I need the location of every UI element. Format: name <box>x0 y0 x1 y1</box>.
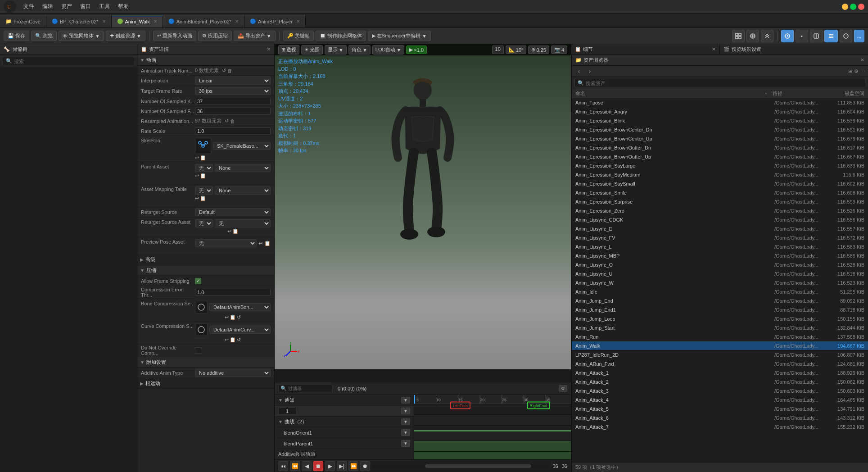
menu-window[interactable]: 窗口 <box>77 2 95 11</box>
prev-key-button[interactable]: ◀ <box>302 461 312 471</box>
ab-item-23[interactable]: Anim_Jump_End1 /Game/GhostLady... 88.718… <box>572 305 868 314</box>
ab-forward-button[interactable]: › <box>585 67 594 76</box>
menu-file[interactable]: 文件 <box>20 2 38 11</box>
tab-anim-blueprint[interactable]: 🔵 AnimBlueprint_Player02* ✕ <box>163 15 244 27</box>
ab-item-36[interactable]: Anim_Attack_7 /Game/GhostLady... 155.232… <box>572 422 868 431</box>
skeleton-browse-icon[interactable]: ↩ <box>195 155 199 161</box>
bone-comp-select[interactable]: DefaultAnimBon... <box>209 303 271 311</box>
parent-save-icon[interactable]: 📋 <box>200 173 206 179</box>
notify-dropdown[interactable]: ▼ <box>401 408 410 414</box>
asset-nochange-select[interactable]: 无 <box>195 186 213 195</box>
interpolation-select[interactable]: Linear <box>195 77 271 85</box>
tab-animbp-player[interactable]: 🔵 AnimBP_Player ✕ <box>244 15 306 27</box>
maximize-button[interactable] <box>850 4 856 10</box>
ab-item-3[interactable]: Anim_Epression_BrownCenter_Dn /Game/Ghos… <box>572 125 868 134</box>
ab-item-33[interactable]: Anim_Attack_4 /Game/GhostLady... 164.465… <box>572 395 868 404</box>
ab-item-17[interactable]: Anim_Lipsync_MBP /Game/GhostLady... 116.… <box>572 251 868 260</box>
curve-options-btn[interactable]: ▼ <box>401 418 410 425</box>
keyframe-button[interactable]: 🔑 关键帧 <box>283 31 314 41</box>
static-mesh-button[interactable]: 🔲 制作静态网格体 <box>316 31 366 41</box>
delete-icon[interactable]: 🗑 <box>230 118 235 124</box>
asset-mapping-select[interactable]: None <box>215 186 271 195</box>
ab-item-30[interactable]: Anim_Attack_1 /Game/GhostLady... 188.929… <box>572 368 868 377</box>
toolbar-icon-1[interactable] <box>732 30 745 42</box>
save-button[interactable]: 💾 保存 <box>4 31 29 41</box>
do-not-override-checkbox[interactable] <box>195 347 201 354</box>
root-motion-header[interactable]: ▶ 根运动 <box>137 378 274 389</box>
record-button[interactable]: ⏺ <box>360 461 370 471</box>
asset-panel-close[interactable]: ✕ <box>267 46 271 52</box>
next-frame-button[interactable]: ⏩ <box>348 461 358 471</box>
asset-search-input[interactable] <box>586 81 862 86</box>
pp-select[interactable]: 无 <box>195 239 257 247</box>
pp-save-icon[interactable]: 📋 <box>264 241 271 246</box>
reset-icon[interactable]: ↺ <box>225 118 229 124</box>
ab-item-6[interactable]: Anim_Epression_BrownOutter_Up /Game/Ghos… <box>572 152 868 161</box>
ab-item-29[interactable]: Anim_ARun_Fwd /Game/GhostLady... 124.681… <box>572 359 868 368</box>
ab-settings[interactable]: ⚙ <box>854 68 859 74</box>
retarget-source-select[interactable]: Default <box>195 208 271 216</box>
tab-bp-character[interactable]: 🔵 BP_Character02* ✕ <box>46 15 112 27</box>
rsa-select[interactable]: 无 <box>215 219 271 227</box>
ab-view-options[interactable]: ⊞ <box>848 68 852 74</box>
ab-item-34[interactable]: Anim_Attack_5 /Game/GhostLady... 134.791… <box>572 404 868 413</box>
ab-item-15[interactable]: Anim_Lipsync_FV /Game/GhostLady... 116.5… <box>572 233 868 242</box>
timeline-scrollbar[interactable] <box>372 464 549 468</box>
character-button[interactable]: 角色 ▼ <box>348 45 371 54</box>
apply-pressure-button[interactable]: ⚙ 应用压缩 <box>198 31 232 41</box>
rate-scale-input[interactable] <box>195 127 271 135</box>
blend-orient-btn[interactable]: ▼ <box>401 429 410 436</box>
ab-item-19[interactable]: Anim_Lipsync_U /Game/GhostLady... 116.51… <box>572 269 868 278</box>
ab-item-32[interactable]: Anim_Attack_3 /Game/GhostLady... 150.603… <box>572 386 868 395</box>
rsa-none-select[interactable]: 无 <box>195 219 213 227</box>
create-resource-button[interactable]: ✚ 创建资源 ▼ <box>106 31 145 41</box>
menu-asset[interactable]: 资产 <box>58 2 76 11</box>
skeleton-search-input[interactable] <box>14 59 131 64</box>
show-button[interactable]: 显示 ▼ <box>325 45 347 54</box>
ab-item-12[interactable]: Anim_Epression_Zero /Game/GhostLady... 1… <box>572 206 868 215</box>
preview-mesh-button[interactable]: 👁 预览网格体 ▼ <box>59 31 104 41</box>
lighting-button[interactable]: ☀ 光照 <box>301 45 323 54</box>
allow-frame-checkbox[interactable]: ✓ <box>195 278 201 284</box>
blend-parent-track[interactable]: blendParent1 ▼ <box>275 438 414 449</box>
parent-asset-nochange-select[interactable]: 无 <box>195 164 213 172</box>
delete-icon[interactable]: 🗑 <box>227 68 232 73</box>
reset-icon[interactable]: ↺ <box>222 68 226 73</box>
minimize-button[interactable] <box>842 4 848 10</box>
ab-item-24[interactable]: Anim_Jump_Loop /Game/GhostLady... 150.15… <box>572 314 868 323</box>
lod-button[interactable]: LOD自动 ▼ <box>372 45 405 54</box>
skeleton-select[interactable]: SK_FemaleBase... <box>213 142 271 150</box>
cam-display[interactable]: 📷 4 <box>551 45 567 54</box>
perspective-button[interactable]: ⊞ 透视 <box>278 45 299 54</box>
ab-item-7[interactable]: Anim_Epression_SayLarge /Game/GhostLady.… <box>572 161 868 170</box>
rightfoot-keyframe[interactable]: RightFoot <box>527 402 550 409</box>
rsa-save-icon[interactable]: 📋 <box>232 228 239 234</box>
num-sampled-f-input[interactable] <box>195 108 271 115</box>
toolbar-icon-8[interactable]: ... <box>854 30 864 42</box>
toolbar-icon-6[interactable] <box>824 30 838 42</box>
blend-parent-btn[interactable]: ▼ <box>401 440 410 447</box>
ab-item-2[interactable]: Anim_Epression_Blink /Game/GhostLady... … <box>572 116 868 125</box>
browse-button[interactable]: 🔍 浏览 <box>31 31 57 41</box>
details-close[interactable]: ✕ <box>712 46 716 52</box>
bone-comp-clear[interactable]: ↺ <box>237 314 241 320</box>
ab-close[interactable]: ✕ <box>860 57 864 63</box>
curve-comp-browse[interactable]: ↩ <box>225 337 229 343</box>
scale-display[interactable]: ⊕ 0.25 <box>528 45 549 54</box>
tab-close[interactable]: ✕ <box>102 19 106 24</box>
notify-track[interactable]: ▼ 通知 ▼ <box>275 395 414 406</box>
ab-item-13[interactable]: Anim_Lipsync_CDGK /Game/GhostLady... 116… <box>572 215 868 224</box>
mapping-save-icon[interactable]: 📋 <box>200 195 206 201</box>
ab-item-11[interactable]: Anim_Epression_Surprise /Game/GhostLady.… <box>572 197 868 206</box>
ab-item-10[interactable]: Anim_Epression_Smile /Game/GhostLady... … <box>572 188 868 197</box>
in-sequencer-button[interactable]: ▶ 在Sequencer中编辑 ▼ <box>368 31 431 41</box>
ab-item-37[interactable] <box>572 431 868 440</box>
timeline-options-btn[interactable]: ⚙ <box>559 385 567 392</box>
ab-item-21[interactable]: Anim_Idle /Game/GhostLady... 51.295 KiB <box>572 287 868 296</box>
ab-item-22[interactable]: Anim_Jump_End /Game/GhostLady... 89.092 … <box>572 296 868 305</box>
additive-section-header[interactable]: ▼ 附加设置 <box>137 357 274 368</box>
compression-section-header[interactable]: ▼ 压缩 <box>137 265 274 276</box>
tab-frozencove[interactable]: 📁 FrozenCove <box>0 15 46 27</box>
curve-comp-save[interactable]: 📋 <box>230 337 236 343</box>
curve-comp-select[interactable]: DefaultAnimCurv... <box>209 326 271 334</box>
